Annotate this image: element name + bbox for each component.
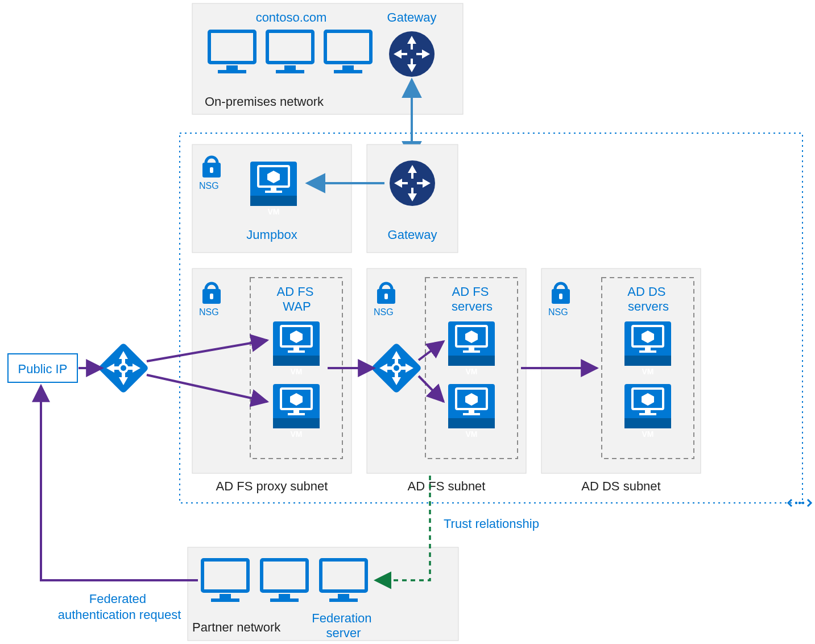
onprem-domain-label: contoso.com bbox=[256, 10, 327, 24]
vm-badge: VM bbox=[291, 367, 303, 376]
azure-gateway-label: Gateway bbox=[388, 228, 437, 242]
nsg-label: NSG bbox=[374, 307, 394, 317]
onprem-label: On-premises network bbox=[205, 94, 324, 109]
azure-gateway-subnet: Gateway bbox=[367, 145, 458, 253]
onprem-network: contoso.com Gateway On-premises network bbox=[192, 3, 463, 114]
external-lb bbox=[98, 342, 150, 394]
partner-label: Partner network bbox=[192, 620, 281, 634]
nsg-label: NSG bbox=[548, 307, 568, 317]
federated-request-path bbox=[41, 386, 198, 580]
vm-badge: VM bbox=[268, 207, 280, 216]
jumpbox-label: Jumpbox bbox=[246, 228, 297, 242]
public-ip: Public IP bbox=[8, 354, 77, 382]
adfs-label: AD FS subnet bbox=[408, 479, 486, 493]
gateway-icon bbox=[390, 160, 435, 206]
vm-icon bbox=[448, 384, 495, 428]
vm-icon bbox=[273, 384, 320, 428]
architecture-diagram: contoso.com Gateway On-premises network … bbox=[0, 0, 815, 644]
adds-title: AD DS servers bbox=[627, 284, 669, 313]
vm-icon bbox=[624, 384, 671, 428]
vm-badge: VM bbox=[642, 367, 654, 376]
adfs-proxy-subnet: NSG AD FS WAP VM VM AD FS proxy subnet bbox=[192, 269, 351, 493]
vm-icon bbox=[624, 321, 671, 366]
adds-subnet: NSG AD DS servers VM VM AD DS subnet bbox=[541, 269, 701, 493]
trust-label: Trust relationship bbox=[444, 517, 539, 531]
adfs-proxy-label: AD FS proxy subnet bbox=[216, 479, 328, 493]
vm-icon bbox=[250, 162, 297, 206]
nsg-label: NSG bbox=[199, 307, 219, 317]
public-ip-label: Public IP bbox=[18, 362, 68, 376]
vm-badge: VM bbox=[466, 367, 478, 376]
onprem-gateway-label: Gateway bbox=[387, 10, 437, 24]
jumpbox-subnet: NSG VM Jumpbox bbox=[192, 145, 351, 253]
vm-icon bbox=[273, 321, 320, 366]
adds-label: AD DS subnet bbox=[581, 479, 660, 493]
vm-badge: VM bbox=[291, 430, 303, 439]
partner-network: Partner network Federation server bbox=[188, 547, 458, 641]
adfs-title: AD FS servers bbox=[452, 284, 493, 313]
vm-icon bbox=[448, 321, 495, 366]
nsg-label: NSG bbox=[199, 181, 219, 191]
vm-badge: VM bbox=[642, 430, 654, 439]
vm-badge: VM bbox=[466, 430, 478, 439]
gateway-icon bbox=[389, 31, 435, 77]
federated-request-label: Federated authentication request bbox=[58, 592, 181, 622]
